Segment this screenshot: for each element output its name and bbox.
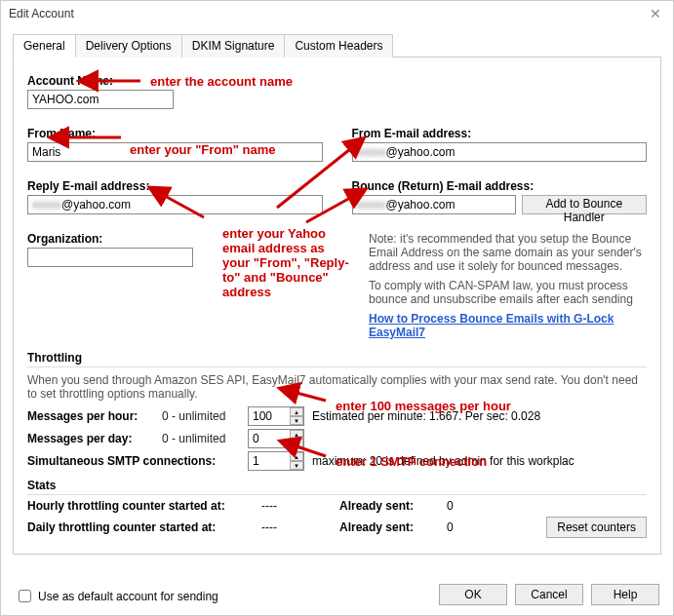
- from-email-suffix: @yahoo.com: [386, 145, 456, 159]
- close-icon[interactable]: ✕: [646, 1, 665, 26]
- label-bounce-email: Bounce (Return) E-mail address:: [352, 179, 648, 193]
- from-email-input[interactable]: xxxxx@yahoo.com: [352, 142, 648, 162]
- tab-delivery-options[interactable]: Delivery Options: [75, 34, 182, 58]
- window-title: Edit Account: [9, 1, 74, 26]
- label-daily-counter: Daily throttling counter started at:: [27, 520, 242, 534]
- annotation-yahoo-addresses: enter your Yahoo email address as your "…: [222, 226, 349, 299]
- section-throttling: Throttling: [27, 351, 647, 367]
- use-as-default-checkbox[interactable]: [19, 590, 31, 602]
- ok-button[interactable]: OK: [439, 584, 507, 605]
- value-already-sent-daily: 0: [447, 520, 454, 534]
- account-name-input[interactable]: [27, 90, 174, 109]
- label-messages-per-hour: Messages per hour:: [27, 409, 154, 423]
- tab-dkim-signature[interactable]: DKIM Signature: [181, 34, 286, 58]
- label-hourly-counter: Hourly throttling counter started at:: [27, 499, 242, 513]
- reply-email-prefix: xxxxx: [32, 198, 61, 212]
- spin-down-icon[interactable]: ▼: [290, 439, 303, 447]
- section-stats: Stats: [27, 479, 647, 495]
- value-already-sent-hourly: 0: [447, 499, 454, 513]
- simultaneous-smtp-input[interactable]: ▲▼: [248, 451, 304, 471]
- label-estimated-rate: Estimated per minute: 1.667. Per sec: 0.…: [312, 409, 540, 423]
- note-throttling: When you send through Amazon SES API, Ea…: [27, 373, 647, 401]
- reply-email-input[interactable]: xxxxx@yahoo.com: [27, 195, 323, 214]
- tab-general[interactable]: General: [13, 34, 76, 58]
- label-unlimited-day: 0 - unlimited: [162, 432, 240, 445]
- spin-up-icon[interactable]: ▲: [290, 430, 303, 439]
- label-use-as-default: Use as default account for sending: [38, 590, 218, 603]
- bounce-email-input[interactable]: xxxxx@yahoo.com: [352, 195, 516, 214]
- reply-email-suffix: @yahoo.com: [61, 198, 131, 212]
- label-from-name: From Name:: [27, 127, 323, 140]
- messages-per-hour-input[interactable]: ▲▼: [248, 406, 304, 426]
- label-messages-per-day: Messages per day:: [27, 432, 154, 445]
- value-hourly-counter: ----: [261, 499, 320, 513]
- label-maximum-smtp: maximum: 20 is defined by admin for this…: [312, 454, 575, 468]
- link-process-bounce-emails[interactable]: How to Process Bounce Emails with G-Lock…: [369, 312, 647, 339]
- spin-up-icon[interactable]: ▲: [290, 452, 303, 461]
- label-organization: Organization:: [27, 232, 193, 246]
- bounce-email-prefix: xxxxx: [357, 198, 386, 212]
- messages-per-day-input[interactable]: ▲▼: [248, 429, 304, 448]
- cancel-button[interactable]: Cancel: [515, 584, 583, 605]
- from-email-prefix: xxxxx: [357, 145, 386, 159]
- spin-down-icon[interactable]: ▼: [290, 416, 303, 425]
- label-already-sent-hourly: Already sent:: [339, 499, 427, 513]
- label-reply-email: Reply E-mail address:: [27, 179, 323, 193]
- label-simultaneous-smtp: Simultaneous SMTP connections:: [27, 454, 222, 468]
- add-to-bounce-handler-button[interactable]: Add to Bounce Handler: [522, 195, 648, 214]
- note-bounce-recommendation: Note: it's recommended that you setup th…: [369, 232, 647, 273]
- tab-custom-headers[interactable]: Custom Headers: [284, 34, 393, 58]
- spin-up-icon[interactable]: ▲: [290, 407, 303, 416]
- organization-input[interactable]: [27, 248, 193, 267]
- reset-counters-button[interactable]: Reset counters: [546, 517, 647, 538]
- label-unlimited-hour: 0 - unlimited: [162, 409, 240, 423]
- from-name-input[interactable]: [27, 142, 323, 162]
- bounce-email-suffix: @yahoo.com: [386, 198, 456, 212]
- label-from-email: From E-mail address:: [352, 127, 648, 140]
- label-account-name: Account Name:: [27, 74, 647, 88]
- help-button[interactable]: Help: [591, 584, 659, 605]
- spin-down-icon[interactable]: ▼: [290, 461, 303, 470]
- note-can-spam: To comply with CAN-SPAM law, you must pr…: [369, 279, 647, 306]
- label-already-sent-daily: Already sent:: [339, 520, 427, 534]
- value-daily-counter: ----: [261, 520, 320, 534]
